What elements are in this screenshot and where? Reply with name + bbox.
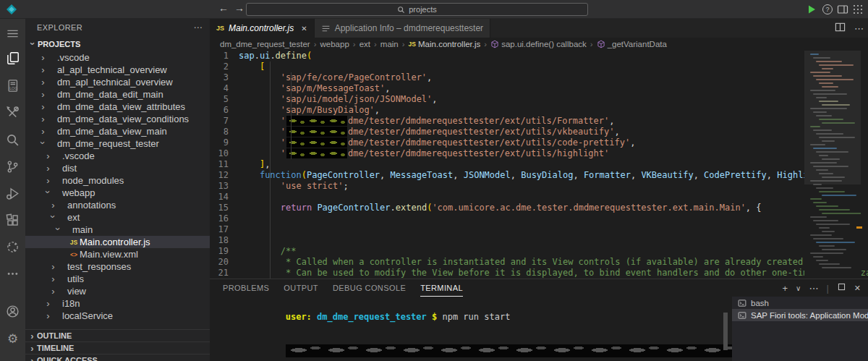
breadcrumb-item[interactable]: sap.ui.define() callback [501,40,587,48]
tree-item[interactable]: annotations [25,199,210,211]
nav-back-button[interactable]: ← [217,2,230,14]
maximize-panel-icon[interactable] [837,282,846,294]
tree-item[interactable]: main [25,224,210,236]
explorer-more-actions-icon[interactable]: ⋯ [194,22,203,33]
extensions-icon[interactable] [0,211,25,229]
terminal-list-item[interactable]: bash [732,297,868,309]
tree-item[interactable]: webapp [25,187,210,199]
command-search-input[interactable]: projects [246,3,588,16]
quick-access-section-header[interactable]: QUICK ACCESS [25,354,210,361]
line-number: 6 [210,105,239,116]
tab-problems[interactable]: PROBLEMS [223,279,269,297]
line-number: 13 [210,181,239,192]
run-button[interactable] [806,4,817,15]
breadcrumb-item[interactable]: webapp [320,40,349,48]
chevron-icon [38,126,48,137]
more-icon[interactable] [0,265,25,282]
explorer-icon[interactable] [0,49,25,67]
line-number: 3 [210,72,239,83]
account-icon[interactable] [0,302,25,320]
timeline-section-header[interactable]: TIMELINE [25,341,210,354]
chevron-icon [48,212,58,223]
activity-bar: LOG ⚙ [0,19,25,361]
code-editor[interactable]: 1 sap.ui.define( 2 [ 3 'sap/fe/core/Page… [210,51,868,279]
terminal-line [223,334,725,361]
code-text: sap.ui.define( [239,51,312,61]
code-line: 17 [210,224,868,235]
settings-gear-icon[interactable]: ⚙ [0,330,25,347]
tab-main-controller[interactable]: JS Main.controller.js ✕ [210,19,315,38]
tree-item-label: annotations [67,200,116,211]
tree-item[interactable]: localService [25,310,210,322]
tree-item[interactable]: ext [25,211,210,224]
breadcrumb-item[interactable]: dm_dme_request_tester [220,40,310,48]
breadcrumb-separator: › [352,40,357,48]
close-icon[interactable]: ✕ [301,25,307,33]
minimap-slider[interactable] [804,51,861,184]
help-icon[interactable]: ? [822,4,833,15]
tree-item[interactable]: node_modules [25,174,210,187]
tab-output[interactable]: OUTPUT [284,279,318,297]
editor-more-actions-icon[interactable]: ⋯ [854,23,864,34]
preview-icon [321,24,331,33]
outline-section-header[interactable]: OUTLINE [25,329,210,341]
line-number: 20 [210,257,239,268]
tree-item[interactable]: test_responses [25,260,210,273]
terminal[interactable]: user: dm_dme_request_tester $ npm run st… [223,301,725,361]
svg-text:LOG: LOG [9,86,17,90]
panel-tab-bar: PROBLEMS OUTPUT DEBUG CONSOLE TERMINAL [210,279,868,297]
menu-icon[interactable] [0,25,25,42]
tab-terminal[interactable]: TERMINAL [420,279,463,297]
tab-application-info[interactable]: Application Info – dmdmerequesttester [315,19,490,38]
tools-icon[interactable] [0,103,25,121]
terminal-list-item[interactable]: SAP Fiori tools: Application Mode... [732,309,868,321]
tree-item[interactable]: <> Main.view.xml [25,248,210,260]
new-terminal-icon[interactable]: + [782,283,788,294]
chevron-icon [43,298,53,309]
tree-item[interactable]: dist [25,162,210,174]
tree-item[interactable]: i18n [25,297,210,310]
chevron-icon [43,175,53,186]
source-control-icon[interactable] [0,158,25,175]
breadcrumb-item[interactable]: _getVariantData [608,40,667,48]
layout-icon[interactable] [837,4,848,15]
tree-item[interactable]: JS Main.controller.js [25,236,210,248]
terminal-list: bash SAP Fiori tools: Application Mode..… [732,297,868,361]
app-launcher-icon[interactable] [852,4,864,15]
breadcrumb-item[interactable]: Main.controller.js [418,40,480,48]
symbol-method-icon [490,40,499,48]
tree-item[interactable]: dm_dme_data_view_attributes [25,101,210,113]
terminal-dropdown-icon[interactable]: ∨ [796,284,801,292]
minimap[interactable] [804,51,861,279]
terminal-scrollbar[interactable] [723,313,728,350]
tree-item-label: dm_dme_data_view_attributes [57,101,185,112]
tree-item[interactable]: utils [25,273,210,285]
tab-debug-console[interactable]: DEBUG CONSOLE [333,279,406,297]
breadcrumb-item[interactable]: main [380,40,399,48]
run-and-debug-icon[interactable] [0,184,25,202]
breadcrumb[interactable]: dm_dme_request_tester› webapp› ext› main… [210,38,868,51]
network-icon[interactable] [0,238,25,255]
tree-item[interactable]: dm_apl_technical_overview [25,76,210,88]
tree-item[interactable]: .vscode [25,150,210,162]
breadcrumb-item[interactable]: ext [359,40,370,48]
tree-item[interactable]: dm_dme_request_tester [25,137,210,150]
log-viewer-icon[interactable]: LOG [0,77,25,94]
tree-item[interactable]: view [25,285,210,297]
projects-section-header[interactable]: › PROJECTS [25,36,210,51]
nav-forward-button[interactable]: → [233,2,246,14]
tree-item[interactable]: dm_dme_data_view_main [25,125,210,137]
chevron-icon [43,310,53,321]
tree-item[interactable]: dm_dme_data_edit_main [25,88,210,101]
tree-item[interactable]: dm_dme_data_view_conditions [25,113,210,125]
split-editor-icon[interactable] [835,22,846,35]
code-line: 1 sap.ui.define( [210,51,868,61]
close-panel-icon[interactable]: ✕ [854,284,861,293]
search-icon[interactable] [0,131,25,148]
tree-item-label: Main.controller.js [80,237,150,247]
tree-item[interactable]: .vscode [25,51,210,64]
code-line: 11 ], [210,159,868,170]
panel-more-icon[interactable]: ⋯ [809,283,818,294]
tree-item[interactable]: al_apl_technical_overview [25,64,210,76]
terminal-line: user: dm_dme_request_tester $ npm run st… [223,301,725,334]
